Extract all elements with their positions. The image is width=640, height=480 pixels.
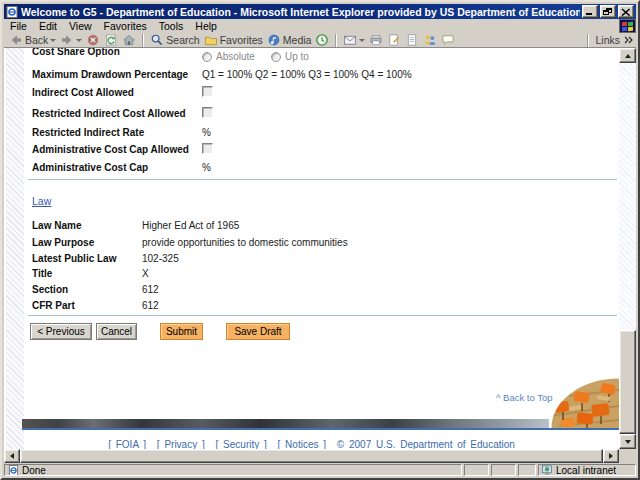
menu-edit[interactable]: Edit (33, 20, 63, 32)
radio-up-to[interactable] (271, 52, 281, 62)
field-label: Administrative Cost Cap (32, 162, 148, 173)
law-row: CFR Part 612 (32, 300, 617, 313)
field-value: Higher Ed Act of 1965 (142, 220, 239, 231)
search-button[interactable]: Search (148, 33, 201, 47)
ie-throbber-windows-flag-icon (619, 19, 636, 33)
menu-help[interactable]: Help (189, 20, 223, 32)
stop-icon (86, 33, 100, 47)
previous-button[interactable]: < Previous (30, 323, 92, 340)
vertical-scrollbar[interactable] (619, 48, 636, 449)
edit-document-button[interactable] (403, 33, 421, 47)
refresh-button[interactable] (102, 33, 120, 47)
discuss-button[interactable] (439, 33, 457, 47)
notices-link[interactable]: [ Notices ] (278, 439, 326, 449)
field-value: provide opportunities to domestic commun… (142, 237, 348, 248)
arrow-left-icon (10, 453, 14, 459)
law-row: Title X (32, 268, 617, 281)
administrative-cost-cap-allowed-checkbox[interactable] (202, 143, 213, 154)
forward-dropdown-caret-icon[interactable] (76, 39, 82, 42)
home-icon (122, 33, 136, 47)
home-button[interactable] (120, 33, 138, 47)
horizontal-scrollbar-thumb[interactable] (20, 449, 603, 463)
foia-link[interactable]: [ FOIA ] (108, 439, 146, 449)
menu-favorites[interactable]: Favorites (98, 20, 153, 32)
mail-dropdown-caret-icon[interactable] (359, 39, 365, 42)
minimize-button[interactable] (582, 5, 598, 18)
print-icon (369, 33, 383, 47)
security-zone-pane: Local intranet (538, 464, 636, 476)
security-link[interactable]: [ Security ] (216, 439, 267, 449)
links-chevron-icon[interactable] (624, 35, 633, 45)
title-bar[interactable]: Welcome to G5 - Department of Education … (4, 4, 636, 19)
discuss-speech-bubble-icon (441, 33, 455, 47)
scrollbar-corner (619, 449, 636, 463)
form-row: Indirect Cost Allowed (32, 87, 617, 100)
media-button[interactable]: Media (265, 33, 314, 47)
mail-button[interactable] (341, 33, 367, 47)
privacy-link[interactable]: [ Privacy ] (157, 439, 205, 449)
forward-button[interactable] (58, 33, 84, 47)
classroom-chairs-image (549, 376, 619, 428)
form-row: Maximum Drawdown Percentage Q1 = 100% Q2… (32, 69, 617, 82)
menu-tools[interactable]: Tools (153, 20, 190, 32)
page-content: Cost Share Option Absolute Up to Maximum… (4, 48, 619, 449)
scroll-right-button[interactable] (603, 449, 619, 463)
messenger-people-icon (423, 33, 437, 47)
footer-accent-line (22, 428, 619, 430)
field-value: % (202, 127, 211, 138)
menu-view[interactable]: View (63, 20, 98, 32)
status-pane: Done (4, 464, 462, 476)
favorites-button[interactable]: Favorites (202, 33, 265, 47)
status-pane-empty (491, 464, 516, 476)
vertical-scrollbar-thumb[interactable] (619, 330, 636, 434)
window-title: Welcome to G5 - Department of Education … (21, 6, 580, 18)
history-button[interactable] (313, 33, 331, 47)
back-button[interactable]: Back (7, 33, 58, 47)
scroll-up-button[interactable] (619, 48, 636, 63)
refresh-icon (104, 33, 118, 47)
section-divider (28, 315, 617, 316)
radio-absolute[interactable] (202, 52, 212, 62)
back-label: Back (25, 34, 48, 46)
submit-button[interactable]: Submit (160, 323, 203, 340)
media-label: Media (283, 34, 312, 46)
print-button[interactable] (367, 33, 385, 47)
restricted-indirect-cost-allowed-checkbox[interactable] (202, 107, 213, 118)
menu-file[interactable]: File (4, 20, 33, 32)
arrow-down-icon (625, 440, 631, 444)
field-label: Restricted Indirect Rate (32, 127, 144, 138)
search-icon (150, 33, 164, 47)
close-button[interactable] (618, 5, 634, 18)
restore-button[interactable] (600, 5, 616, 18)
form-row: Restricted Indirect Cost Allowed (32, 108, 617, 121)
form-row: Administrative Cost Cap % (32, 162, 617, 175)
section-divider (28, 179, 617, 180)
toolbar: Back (4, 33, 636, 47)
field-label: Latest Public Law (32, 253, 116, 264)
messenger-button[interactable] (421, 33, 439, 47)
horizontal-scrollbar[interactable] (4, 449, 619, 463)
scroll-down-button[interactable] (619, 434, 636, 449)
field-label: Indirect Cost Allowed (32, 87, 134, 98)
links-label[interactable]: Links (595, 34, 620, 46)
form-row: Administrative Cost Cap Allowed (32, 144, 617, 157)
radio-up-to-label: Up to (285, 51, 309, 62)
edit-button[interactable] (385, 33, 403, 47)
toolbar-separator (587, 34, 589, 47)
status-bar: Done Local intranet (4, 463, 636, 476)
page-status-icon (8, 465, 19, 476)
footer: [ FOIA ] [ Privacy ] [ Security ] [ Noti… (4, 439, 619, 449)
back-dropdown-caret-icon[interactable] (50, 39, 56, 42)
back-to-top-link[interactable]: ^ Back to Top (496, 392, 553, 403)
field-value: % (202, 162, 211, 173)
law-section-link[interactable]: Law (32, 195, 51, 207)
stop-button[interactable] (84, 33, 102, 47)
field-label: Maximum Drawdown Percentage (32, 69, 188, 80)
indirect-cost-allowed-checkbox[interactable] (202, 86, 213, 97)
media-icon (267, 33, 281, 47)
cancel-button[interactable]: Cancel (96, 323, 137, 340)
save-draft-button[interactable]: Save Draft (226, 323, 290, 340)
scroll-left-button[interactable] (4, 449, 20, 463)
decorative-photo-bar (22, 419, 619, 428)
field-label: Section (32, 284, 68, 295)
